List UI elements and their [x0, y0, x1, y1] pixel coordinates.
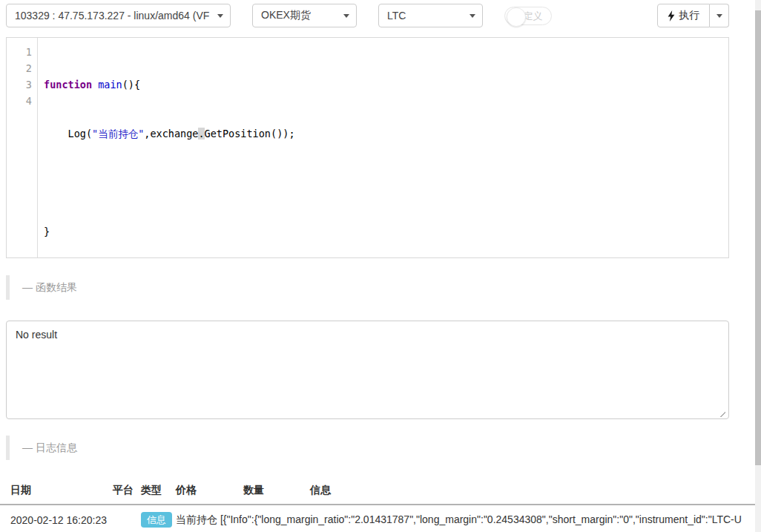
editor-gutter: 1 2 3 4 — [7, 38, 38, 257]
result-textarea[interactable]: No result — [6, 321, 729, 419]
line-number: 1 — [7, 44, 37, 60]
log-section-title: — 日志信息 — [22, 441, 77, 455]
editor-code: function main(){ Log("当前持仓",exchange.Get… — [38, 38, 728, 257]
col-type: 类型 — [141, 478, 176, 505]
code-editor[interactable]: 1 2 3 4 function main(){ Log("当前持仓",exch… — [6, 37, 729, 258]
line-number: 3 — [7, 76, 37, 93]
section-bar — [6, 275, 10, 300]
code-line: Log("当前持仓",exchange.GetPosition()); — [44, 125, 728, 142]
result-section-header: — 函数结果 — [6, 275, 729, 300]
symbol-select-value: LTC — [387, 10, 464, 22]
log-message: 当前持仓 [{"Info":{"long_margin_ratio":"2.01… — [176, 505, 755, 532]
result-section-title: — 函数结果 — [22, 281, 77, 295]
line-number: 4 — [7, 93, 37, 109]
scrollbar-track — [755, 0, 761, 532]
code-line: function main(){ — [44, 76, 728, 93]
lightning-bolt-icon — [668, 10, 675, 22]
custom-toggle[interactable]: 自定义 — [504, 7, 552, 25]
log-table: 日期 平台 类型 价格 数量 信息 2020-02-12 16:20:23 信息… — [0, 478, 755, 532]
log-table-header-row: 日期 平台 类型 价格 数量 信息 — [0, 478, 755, 505]
caret-down-icon — [470, 14, 475, 18]
log-date: 2020-02-12 16:20:23 — [0, 505, 113, 532]
run-button-label: 执行 — [679, 9, 699, 22]
robot-select[interactable]: 103329 : 47.75.173.227 - linux/amd64 (VF — [6, 4, 231, 27]
log-section-header: — 日志信息 — [6, 436, 729, 460]
col-date: 日期 — [0, 478, 113, 505]
info-badge: 信息 — [141, 512, 172, 528]
exchange-select[interactable]: OKEX期货 — [252, 4, 357, 27]
log-platform — [113, 505, 141, 532]
col-info: 信息 — [310, 478, 755, 505]
log-type: 信息 — [141, 505, 176, 532]
run-button[interactable]: 执行 — [657, 4, 710, 27]
exchange-select-value: OKEX期货 — [261, 9, 338, 22]
col-platform: 平台 — [113, 478, 141, 505]
col-amount: 数量 — [243, 478, 310, 505]
robot-select-value: 103329 : 47.75.173.227 - linux/amd64 (VF — [15, 10, 212, 22]
code-line: } — [44, 223, 728, 240]
caret-down-icon — [343, 14, 349, 18]
code-line — [44, 174, 728, 191]
line-number: 2 — [7, 60, 37, 76]
symbol-select[interactable]: LTC — [378, 4, 483, 27]
section-bar — [6, 436, 10, 460]
col-price: 价格 — [176, 478, 243, 505]
text-cursor: . — [198, 128, 204, 139]
log-table-row: 2020-02-12 16:20:23 信息 当前持仓 [{"Info":{"l… — [0, 505, 755, 532]
toggle-knob-icon — [507, 7, 526, 27]
run-button-group: 执行 — [657, 4, 729, 27]
run-options-button[interactable] — [710, 4, 729, 27]
caret-down-icon — [716, 14, 722, 18]
scrollbar-thumb[interactable] — [755, 10, 761, 465]
caret-down-icon — [217, 14, 223, 18]
debug-tool-page: 103329 : 47.75.173.227 - linux/amd64 (VF… — [0, 0, 761, 532]
